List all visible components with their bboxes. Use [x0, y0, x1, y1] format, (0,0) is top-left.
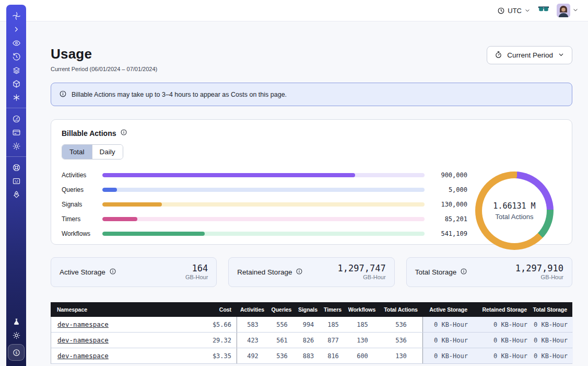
total-storage-card: Total Storage 1,297,910 GB-Hour: [406, 257, 572, 287]
donut-center-value: 1.66131 M: [493, 201, 535, 211]
bar-track: [102, 202, 425, 207]
active-storage-cell: 0 KB-Hour: [423, 317, 473, 332]
namespace-link[interactable]: dev-namespace: [57, 352, 109, 360]
temporal-logo-icon[interactable]: [10, 10, 22, 21]
info-banner: Billable Actions may take up to 3–4 hour…: [51, 83, 572, 106]
table-row: dev-namespace 29.32 423 561 826 877 130 …: [51, 333, 572, 348]
queries-cell: 536: [268, 348, 296, 363]
bar-label: Workflows: [62, 230, 94, 237]
activities-cell: 423: [237, 333, 268, 348]
namespace-link[interactable]: dev-namespace: [57, 321, 109, 328]
info-icon: [59, 90, 67, 99]
info-icon[interactable]: [296, 268, 303, 277]
card-icon[interactable]: [10, 127, 22, 138]
col-header-cost: Cost: [197, 302, 237, 317]
active-storage-cell: 0 KB-Hour: [423, 348, 473, 363]
bar-value: 85,201: [433, 215, 467, 223]
clock-icon: [497, 7, 505, 15]
svg-text:$: $: [15, 350, 17, 355]
table-header-row: Namespace Cost Activities Queries Signal…: [51, 302, 572, 317]
billable-actions-card: Billable Actions Total Daily Activities …: [51, 119, 572, 245]
retained-storage-value: 1,297,747: [338, 264, 386, 274]
bar-queries: Queries 5,000: [62, 185, 467, 195]
retained-storage-card: Retained Storage 1,297,747 GB-Hour: [228, 257, 394, 287]
total-storage-unit: GB-Hour: [515, 274, 563, 281]
retained-storage-cell: 0 KB-Hour: [473, 333, 533, 348]
bar-label: Queries: [62, 186, 94, 193]
rocket-icon[interactable]: [10, 189, 22, 200]
sun-icon[interactable]: [10, 329, 22, 341]
table-row: dev-namespace $3.35 492 536 883 816 600 …: [51, 348, 572, 363]
page-subtitle: Current Period (06/01/2024 – 07/01/2024): [51, 66, 157, 72]
sidebar-divider: [6, 156, 26, 157]
billable-bars-chart: Activities 900,000 Queries 5,000 Signals…: [62, 169, 467, 243]
info-icon[interactable]: [120, 129, 127, 138]
tab-daily[interactable]: Daily: [92, 145, 123, 159]
active-storage-cell: 0 KB-Hour: [423, 333, 473, 348]
stopwatch-icon: [495, 51, 502, 60]
glasses-icon[interactable]: [538, 5, 549, 16]
avatar: [557, 4, 570, 17]
eye-icon[interactable]: [10, 37, 22, 49]
bar-workflows: Workflows 541,109: [62, 228, 467, 238]
bar-activities: Activities 900,000: [62, 170, 467, 180]
active-storage-card: Active Storage 164 GB-Hour: [51, 257, 217, 287]
bar-fill: [102, 217, 137, 221]
current-period-button[interactable]: Current Period: [487, 46, 572, 64]
bar-timers: Timers 85,201: [62, 214, 467, 224]
retained-storage-unit: GB-Hour: [338, 274, 386, 281]
total-storage-cell: 0 KB-Hour: [533, 333, 573, 348]
active-storage-label: Active Storage: [60, 268, 105, 276]
col-header-activities: Activities: [237, 302, 268, 317]
signals-cell: 994: [296, 317, 321, 332]
bar-value: 541,109: [433, 230, 467, 237]
cube-icon[interactable]: [10, 78, 22, 89]
gauge-icon[interactable]: [10, 113, 22, 124]
namespace-link[interactable]: dev-namespace: [57, 336, 109, 344]
retained-storage-cell: 0 KB-Hour: [473, 317, 533, 332]
top-bar: UTC: [0, 0, 588, 21]
tab-total[interactable]: Total: [62, 145, 92, 159]
bar-track: [102, 173, 425, 177]
retained-storage-label: Retained Storage: [237, 268, 292, 276]
total-actions-donut-box: 1.66131 M Total Actions: [467, 169, 561, 253]
namespace-usage-table: Namespace Cost Activities Queries Signal…: [51, 302, 572, 364]
lifebuoy-icon[interactable]: [10, 162, 22, 173]
total-storage-label: Total Storage: [415, 268, 457, 276]
bar-label: Timers: [62, 215, 94, 223]
bar-fill: [102, 188, 117, 192]
info-icon[interactable]: [109, 268, 116, 277]
cost-cell: $3.35: [197, 348, 237, 363]
bar-label: Signals: [62, 201, 94, 208]
timezone-selector[interactable]: UTC: [497, 7, 531, 15]
timers-cell: 816: [321, 348, 345, 363]
bar-value: 5,000: [433, 186, 467, 193]
monitor-face-icon[interactable]: [10, 175, 22, 187]
layers-icon[interactable]: [10, 64, 22, 76]
asterisk-icon[interactable]: [10, 92, 22, 103]
timers-cell: 185: [321, 317, 345, 332]
timezone-label: UTC: [508, 7, 522, 15]
gear-icon[interactable]: [10, 140, 22, 152]
activities-cell: 492: [237, 348, 268, 363]
cost-cell: $5.66: [197, 317, 237, 332]
bar-fill: [102, 232, 205, 236]
info-icon[interactable]: [460, 268, 467, 277]
total-storage-value: 1,297,910: [515, 264, 563, 274]
total-actions-cell: 536: [380, 317, 423, 332]
chevron-right-icon[interactable]: [10, 24, 22, 35]
total-actions-cell: 536: [380, 333, 423, 348]
dollar-coin-icon[interactable]: $: [8, 344, 25, 361]
main-content: Usage Current Period (06/01/2024 – 07/01…: [0, 21, 588, 366]
sidebar-divider: [6, 108, 26, 108]
col-header-active-storage: Active Storage: [422, 302, 473, 317]
queries-cell: 561: [268, 333, 296, 348]
retained-storage-cell: 0 KB-Hour: [473, 348, 533, 363]
history-clock-icon[interactable]: [10, 51, 22, 62]
col-header-namespace: Namespace: [51, 302, 197, 317]
bar-track: [102, 217, 425, 221]
billable-view-tabs: Total Daily: [62, 144, 123, 159]
col-header-queries: Queries: [268, 302, 295, 317]
user-menu[interactable]: [557, 4, 579, 17]
flask-icon[interactable]: [10, 316, 22, 327]
